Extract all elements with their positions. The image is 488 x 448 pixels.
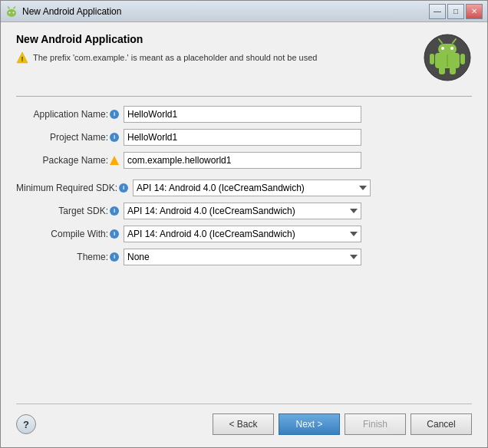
min-sdk-select[interactable]: API 14: Android 4.0 (IceCreamSandwich) bbox=[133, 180, 371, 196]
theme-info-icon[interactable]: i bbox=[110, 252, 119, 262]
window-controls: — □ ✕ bbox=[429, 4, 483, 19]
package-name-input[interactable] bbox=[124, 152, 361, 169]
project-name-input[interactable] bbox=[124, 129, 361, 146]
package-name-row: Package Name: bbox=[16, 152, 472, 169]
help-button[interactable]: ? bbox=[16, 414, 36, 434]
target-sdk-label: Target SDK: i bbox=[16, 206, 124, 216]
svg-point-2 bbox=[9, 12, 11, 13]
footer: ? < Back Next > Finish Cancel bbox=[16, 410, 472, 440]
min-sdk-row: Minimum Required SDK: i API 14: Android … bbox=[16, 180, 472, 196]
warning-icon: ! bbox=[16, 51, 28, 64]
warning-message: The prefix 'com.example.' is meant as a … bbox=[33, 53, 317, 62]
svg-line-4 bbox=[8, 7, 10, 8]
title-bar: New Android Application — □ ✕ bbox=[1, 1, 487, 22]
min-sdk-label: Minimum Required SDK: i bbox=[16, 183, 133, 193]
next-button[interactable]: Next > bbox=[279, 413, 340, 435]
project-name-row: Project Name: i bbox=[16, 129, 472, 146]
target-sdk-info-icon[interactable]: i bbox=[110, 206, 119, 216]
header-separator bbox=[16, 96, 472, 97]
target-sdk-row: Target SDK: i API 14: Android 4.0 (IceCr… bbox=[16, 203, 472, 219]
page-title: New Android Application bbox=[16, 33, 415, 45]
compile-with-label: Compile With: i bbox=[16, 229, 124, 239]
svg-rect-17 bbox=[439, 67, 445, 74]
window-icon bbox=[5, 5, 18, 18]
android-logo bbox=[423, 33, 472, 82]
window-title: New Android Application bbox=[22, 6, 429, 17]
compile-with-select[interactable]: API 14: Android 4.0 (IceCreamSandwich) bbox=[124, 226, 361, 242]
minimize-button[interactable]: — bbox=[429, 4, 446, 19]
svg-point-12 bbox=[450, 47, 453, 50]
svg-rect-15 bbox=[430, 54, 434, 64]
min-sdk-info-icon[interactable]: i bbox=[119, 183, 128, 193]
content-area: New Android Application ! The prefix 'co… bbox=[1, 22, 487, 447]
svg-rect-18 bbox=[450, 67, 456, 74]
close-button[interactable]: ✕ bbox=[466, 4, 483, 19]
svg-point-11 bbox=[441, 47, 444, 50]
application-name-info-icon[interactable]: i bbox=[110, 110, 119, 119]
cancel-button[interactable]: Cancel bbox=[411, 413, 472, 435]
target-sdk-select[interactable]: API 14: Android 4.0 (IceCreamSandwich) bbox=[124, 203, 361, 219]
warning-row: ! The prefix 'com.example.' is meant as … bbox=[16, 51, 415, 64]
theme-select[interactable]: None Holo Light Holo Dark bbox=[124, 249, 361, 265]
svg-rect-1 bbox=[8, 11, 15, 15]
back-button[interactable]: < Back bbox=[213, 413, 274, 435]
main-window: New Android Application — □ ✕ New Androi… bbox=[0, 0, 488, 448]
svg-point-3 bbox=[13, 12, 15, 13]
empty-area bbox=[16, 276, 472, 397]
footer-buttons: < Back Next > Finish Cancel bbox=[213, 413, 472, 435]
package-name-label: Package Name: bbox=[16, 155, 124, 166]
svg-rect-10 bbox=[438, 44, 457, 54]
footer-left: ? bbox=[16, 414, 36, 434]
svg-text:!: ! bbox=[21, 55, 24, 63]
svg-line-5 bbox=[14, 7, 15, 8]
finish-button[interactable]: Finish bbox=[345, 413, 406, 435]
compile-with-row: Compile With: i API 14: Android 4.0 (Ice… bbox=[16, 226, 472, 242]
application-name-row: Application Name: i bbox=[16, 106, 472, 123]
dropdowns-section: Minimum Required SDK: i API 14: Android … bbox=[16, 180, 472, 265]
package-name-warn-icon[interactable] bbox=[110, 156, 119, 165]
footer-separator bbox=[16, 404, 472, 404]
theme-label: Theme: i bbox=[16, 252, 124, 262]
form-section: Application Name: i Project Name: i Pack… bbox=[16, 106, 472, 169]
compile-with-info-icon[interactable]: i bbox=[110, 229, 119, 239]
header-section: New Android Application ! The prefix 'co… bbox=[16, 33, 472, 82]
theme-row: Theme: i None Holo Light Holo Dark bbox=[16, 249, 472, 265]
project-name-info-icon[interactable]: i bbox=[110, 133, 119, 142]
application-name-input[interactable] bbox=[124, 106, 361, 123]
application-name-label: Application Name: i bbox=[16, 109, 124, 120]
maximize-button[interactable]: □ bbox=[447, 4, 464, 19]
project-name-label: Project Name: i bbox=[16, 132, 124, 143]
svg-rect-16 bbox=[460, 54, 465, 64]
header-text-area: New Android Application ! The prefix 'co… bbox=[16, 33, 415, 64]
